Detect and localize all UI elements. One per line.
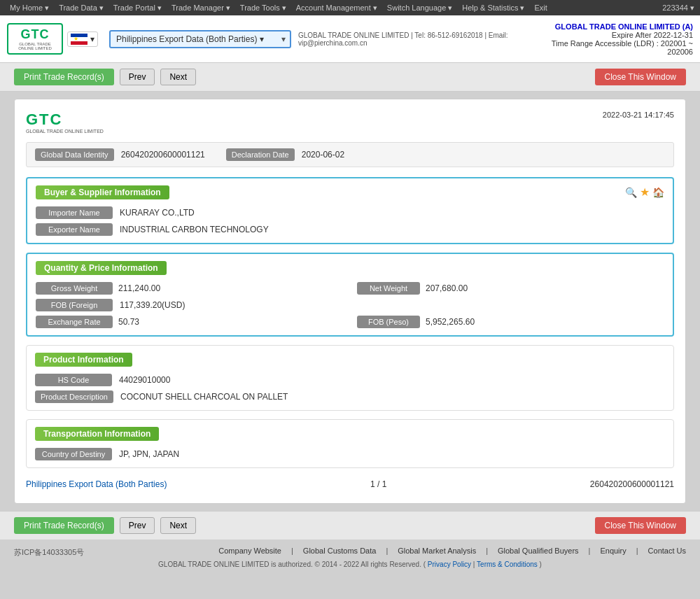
product-desc-label: Product Description [35,390,113,403]
logo-box: GTC GLOBAL TRADE ONLINE LIMITED [7,23,63,55]
footer-global-market[interactable]: Global Market Analysis [398,547,476,555]
nav-items: My Home ▾ Trade Data ▾ Trade Portal ▾ Tr… [6,2,662,14]
action-icons: 🔍 ★ 🏠 [625,185,664,199]
next-button-top[interactable]: Next [160,69,196,85]
card-logo: GTC GLOBAL TRADE ONLINE LIMITED [26,111,104,134]
contact-text: GLOBAL TRADE ONLINE LIMITED | Tel: 86-51… [298,31,545,47]
time-range: Time Range Accessible (LDR) : 202001 ~ 2… [545,39,693,56]
exporter-row: Exporter Name INDUSTRIAL CARBON TECHNOLO… [36,223,625,236]
fob-peso-pair: FOB (Peso) 5,952,265.60 [357,316,664,328]
country-of-destiny-value: JP, JPN, JAPAN [119,449,179,459]
buyer-supplier-title: Buyer & Supplier Information [36,185,169,199]
nav-account-mgmt[interactable]: Account Management ▾ [292,2,382,14]
close-button-top[interactable]: Close This Window [595,69,686,85]
importer-label: Importer Name [36,206,113,219]
global-data-identity-label: Global Data Identity [35,148,114,161]
pagination-row: Philippines Export Data (Both Parties) 1… [26,477,674,492]
contact-info: GLOBAL TRADE ONLINE LIMITED | Tel: 86-51… [298,31,545,47]
toolbar-top: Print Trade Record(s) Prev Next Close Th… [0,63,700,92]
footer-contact-us[interactable]: Contact Us [648,547,686,555]
nav-my-home[interactable]: My Home ▾ [6,2,53,14]
hs-code-value: 44029010000 [119,375,170,385]
buyer-supplier-section: Buyer & Supplier Information Importer Na… [26,177,674,244]
product-desc-value: COCONUT SHELL CHARCOAL ON PALLET [120,392,288,402]
fob-peso-value: 5,952,265.60 [426,317,475,327]
pagination-source[interactable]: Philippines Export Data (Both Parties) [26,479,167,489]
logo-text: GTC [21,27,50,42]
net-weight-label: Net Weight [357,282,420,295]
toolbar-bottom: Print Trade Record(s) Prev Next Close Th… [0,511,700,540]
nav-trade-manager[interactable]: Trade Manager ▾ [167,2,234,14]
gross-weight-label: Gross Weight [36,282,113,295]
country-dropdown-label: Philippines Export Data (Both Parties) ▾ [116,34,264,44]
fob-foreign-label: FOB (Foreign [36,299,113,311]
quantity-price-section: Quantity & Price Information Gross Weigh… [26,253,674,337]
transportation-section: Transportation Information Country of De… [26,419,674,468]
record-card: GTC GLOBAL TRADE ONLINE LIMITED 2022-03-… [14,99,686,504]
quantity-price-title: Quantity & Price Information [36,261,167,275]
print-button-bottom[interactable]: Print Trade Record(s) [14,517,114,534]
net-weight-pair: Net Weight 207,680.00 [357,282,664,295]
home-icon[interactable]: 🏠 [652,187,664,198]
declaration-date-value: 2020-06-02 [302,150,344,160]
top-nav: My Home ▾ Trade Data ▾ Trade Portal ▾ Tr… [0,0,700,15]
flag-icon [71,34,88,45]
nav-trade-tools[interactable]: Trade Tools ▾ [236,2,290,14]
footer-global-customs[interactable]: Global Customs Data [303,547,377,555]
close-button-bottom[interactable]: Close This Window [595,517,686,534]
identity-row: Global Data Identity 260420200600001121 … [26,142,674,167]
copyright-line: GLOBAL TRADE ONLINE LIMITED is authorize… [0,561,700,568]
footer-links: Company Website | Global Customs Data | … [218,547,686,555]
pagination-page: 1 / 1 [370,479,386,489]
buyer-supplier-fields: Importer Name KURARAY CO.,LTD Exporter N… [36,206,625,236]
privacy-policy-link[interactable]: Privacy Policy [428,561,471,568]
icp-number: 苏ICP备14033305号 [14,547,84,558]
quantity-price-fields: Gross Weight 211,240.00 Net Weight 207,6… [36,282,664,328]
terms-conditions-link[interactable]: Terms & Conditions [477,561,538,568]
country-of-destiny-label: Country of Destiny [35,448,112,460]
nav-switch-lang[interactable]: Switch Language ▾ [383,2,456,14]
fob-peso-label: FOB (Peso) [357,316,420,328]
fob-foreign-value: 117,339.20(USD) [120,300,185,310]
net-weight-value: 207,680.00 [426,283,468,293]
importer-row: Importer Name KURARAY CO.,LTD [36,206,625,219]
card-datetime: 2022-03-21 14:17:45 [603,111,674,119]
exporter-label: Exporter Name [36,223,113,236]
expire-date: Expire After 2022-12-31 [545,31,693,39]
gross-net-row: Gross Weight 211,240.00 Net Weight 207,6… [36,282,664,295]
flag-dropdown-arrow: ▾ [90,34,94,44]
global-data-identity-value: 260420200600001121 [121,150,205,160]
header-right: GLOBAL TRADE ONLINE LIMITED (A) Expire A… [545,22,693,56]
star-icon[interactable]: ★ [640,185,650,199]
product-section: Product Information HS Code 44029010000 … [26,345,674,411]
country-of-destiny-row: Country of Destiny JP, JPN, JAPAN [35,448,665,460]
next-button-bottom[interactable]: Next [160,517,196,534]
pagination-id: 260420200600001121 [590,479,674,489]
footer-qualified-buyers[interactable]: Global Qualified Buyers [498,547,579,555]
company-name: GLOBAL TRADE ONLINE LIMITED (A) [545,22,693,31]
print-button-top[interactable]: Print Trade Record(s) [14,69,114,85]
nav-trade-portal[interactable]: Trade Portal ▾ [109,2,166,14]
nav-trade-data[interactable]: Trade Data ▾ [55,2,108,14]
prev-button-bottom[interactable]: Prev [120,517,155,534]
flag-selector[interactable]: ▾ [67,31,98,47]
logo-sub: GLOBAL TRADE ONLINE LIMITED [13,42,57,50]
transportation-title: Transportation Information [35,427,159,441]
nav-exit[interactable]: Exit [530,2,551,14]
declaration-date-label: Declaration Date [226,148,295,161]
card-logo-sub: GLOBAL TRADE ONLINE LIMITED [26,129,104,134]
product-desc-row: Product Description COCONUT SHELL CHARCO… [35,390,665,403]
country-dropdown[interactable]: Philippines Export Data (Both Parties) ▾ [109,30,291,48]
logo-area: GTC GLOBAL TRADE ONLINE LIMITED ▾ Philip… [7,23,291,55]
gross-weight-pair: Gross Weight 211,240.00 [36,282,343,295]
footer-company-website[interactable]: Company Website [218,547,281,555]
nav-help[interactable]: Help & Statistics ▾ [458,2,528,14]
footer: 苏ICP备14033305号 Company Website | Global … [0,540,700,572]
card-logo-text: GTC [26,111,62,129]
prev-button-top[interactable]: Prev [120,69,155,85]
search-icon[interactable]: 🔍 [625,187,637,198]
account-number[interactable]: 223344 ▾ [662,3,694,13]
hs-code-row: HS Code 44029010000 [35,374,665,386]
footer-enquiry[interactable]: Enquiry [600,547,626,555]
exchange-rate-value: 50.73 [118,317,139,327]
